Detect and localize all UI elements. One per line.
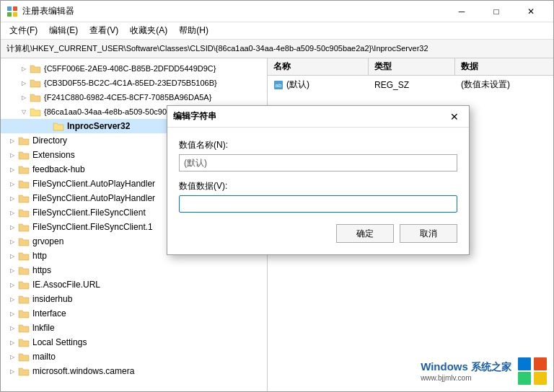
col-header-name: 名称 — [268, 58, 369, 75]
expand-arrow: ▷ — [6, 351, 18, 362]
tree-item-label: http — [32, 251, 47, 261]
close-button[interactable]: ✕ — [514, 1, 548, 22]
svg-rect-1 — [13, 6, 17, 11]
tree-item-c5ff[interactable]: ▷ {C5FF006E-2AE9-408C-B85B-2DFDD5449D9C} — [1, 61, 267, 76]
folder-icon — [18, 236, 30, 246]
registry-row[interactable]: ab (默认) REG_SZ (数值未设置) — [268, 76, 553, 94]
tree-item-cb3d[interactable]: ▷ {CB3D0F55-BC2C-4C1A-85ED-23ED75B5106B} — [1, 76, 267, 90]
title-bar: 注册表编辑器 ─ □ ✕ — [1, 1, 553, 22]
expand-arrow: ▷ — [18, 63, 30, 74]
folder-icon — [18, 135, 30, 146]
folder-icon — [18, 193, 30, 203]
ok-button[interactable]: 确定 — [336, 224, 394, 243]
menu-file[interactable]: 文件(F) — [4, 23, 43, 38]
menu-view[interactable]: 查看(V) — [84, 23, 124, 38]
name-input[interactable] — [179, 154, 457, 172]
windows-logo-icon — [517, 357, 548, 386]
folder-icon — [18, 352, 30, 362]
tree-item-https[interactable]: ▷ https — [1, 263, 267, 277]
svg-rect-7 — [534, 357, 547, 370]
menu-favorites[interactable]: 收藏夹(A) — [124, 23, 173, 38]
tree-item-label: insiderhub — [32, 294, 72, 304]
folder-icon — [18, 308, 30, 318]
main-window: 注册表编辑器 ─ □ ✕ 文件(F) 编辑(E) 查看(V) 收藏夹(A) 帮助… — [0, 0, 554, 392]
folder-icon — [18, 280, 30, 290]
svg-text:ab: ab — [276, 82, 282, 89]
folder-icon — [18, 251, 30, 261]
data-input[interactable] — [179, 195, 457, 213]
folder-icon — [18, 323, 30, 333]
watermark: Windows 系统之家 www.bjjmlv.com — [421, 357, 548, 386]
folder-icon-selected — [53, 121, 64, 131]
name-field-group: 数值名称(N): — [179, 139, 457, 172]
col-header-type: 类型 — [369, 58, 455, 75]
registry-type-cell: REG_SZ — [369, 79, 455, 92]
tree-item-label: grvopen — [32, 236, 63, 246]
folder-icon — [18, 164, 30, 174]
expand-arrow: ▷ — [6, 264, 18, 276]
tree-item-label: FileSyncClient.AutoPlayHandler — [32, 193, 155, 203]
tree-item-mailto[interactable]: ▷ mailto — [1, 349, 267, 364]
expand-arrow: ▷ — [6, 322, 18, 334]
dialog-title: 编辑字符串 — [173, 110, 216, 122]
tree-item-label: mailto — [32, 352, 56, 362]
folder-icon — [30, 63, 41, 74]
window-title: 注册表编辑器 — [22, 5, 74, 17]
expand-arrow: ▷ — [6, 365, 18, 377]
tree-item-label: Interface — [32, 308, 66, 318]
app-icon — [6, 6, 18, 17]
tree-item-label: {CB3D0F55-BC2C-4C1A-85ED-23ED75B5106B} — [44, 79, 217, 87]
watermark-text-block: Windows 系统之家 www.bjjmlv.com — [421, 360, 511, 382]
tree-item-mswcamera[interactable]: ▷ microsoft.windows.camera — [1, 364, 267, 378]
data-field-group: 数值数据(V): — [179, 180, 457, 213]
tree-item-lnkfile[interactable]: ▷ lnkfile — [1, 321, 267, 335]
folder-icon — [30, 78, 41, 88]
tree-item-interface[interactable]: ▷ Interface — [1, 306, 267, 321]
expand-arrow: ▷ — [6, 221, 18, 233]
expand-arrow: ▷ — [6, 192, 18, 204]
address-bar: 计算机\HKEY_CURRENT_USER\Software\Classes\C… — [1, 40, 553, 58]
tree-item-label: https — [32, 265, 51, 275]
maximize-button[interactable]: □ — [480, 1, 513, 22]
dialog-close-button[interactable]: ✕ — [446, 108, 463, 125]
col-header-data: 数据 — [455, 58, 553, 75]
folder-icon — [18, 222, 30, 232]
expand-arrow: ▷ — [6, 149, 18, 161]
tree-item-localsettings[interactable]: ▷ Local Settings — [1, 335, 267, 349]
tree-item-label: IE.AssocFile.URL — [32, 280, 100, 290]
cancel-button[interactable]: 取消 — [400, 224, 457, 243]
expand-arrow: ▷ — [6, 308, 18, 319]
folder-icon — [18, 179, 30, 189]
registry-name: (默认) — [286, 79, 309, 91]
folder-icon — [18, 150, 30, 160]
data-label: 数值数据(V): — [179, 180, 457, 192]
tree-item-f241[interactable]: ▷ {F241C880-6982-4CE5-8CF7-7085BA96DA5A} — [1, 90, 267, 104]
tree-item-label: FileSyncClient.FileSyncClient.1 — [32, 222, 153, 232]
tree-item-label: lnkfile — [32, 323, 55, 333]
tree-item-label: microsoft.windows.camera — [32, 366, 134, 376]
dialog-title-bar: 编辑字符串 ✕ — [167, 106, 469, 128]
menu-help[interactable]: 帮助(H) — [173, 23, 214, 38]
expand-arrow: ▷ — [18, 92, 30, 103]
svg-rect-3 — [13, 12, 17, 17]
tree-item-ieassoc[interactable]: ▷ IE.AssocFile.URL — [1, 277, 267, 292]
svg-rect-8 — [518, 372, 531, 385]
menu-bar: 文件(F) 编辑(E) 查看(V) 收藏夹(A) 帮助(H) — [1, 22, 553, 40]
expand-arrow: ▷ — [18, 77, 30, 89]
folder-icon — [18, 366, 30, 376]
tree-item-insiderhub[interactable]: ▷ insiderhub — [1, 292, 267, 306]
expand-arrow: ▷ — [6, 250, 18, 262]
watermark-title: Windows 系统之家 — [421, 360, 511, 374]
menu-edit[interactable]: 编辑(E) — [43, 23, 84, 38]
dialog-buttons: 确定 取消 — [179, 224, 457, 243]
registry-name-cell: ab (默认) — [268, 77, 369, 92]
minimize-button[interactable]: ─ — [445, 1, 478, 22]
expand-arrow: ▷ — [6, 178, 18, 190]
folder-icon — [30, 92, 41, 102]
registry-data-cell: (数值未设置) — [455, 77, 553, 92]
folder-icon — [18, 294, 30, 304]
tree-item-label: FileSyncClient.FileSyncClient — [32, 208, 146, 218]
svg-rect-0 — [7, 6, 12, 11]
tree-item-label: InprocServer32 — [67, 121, 130, 131]
expand-arrow: ▷ — [6, 293, 18, 305]
